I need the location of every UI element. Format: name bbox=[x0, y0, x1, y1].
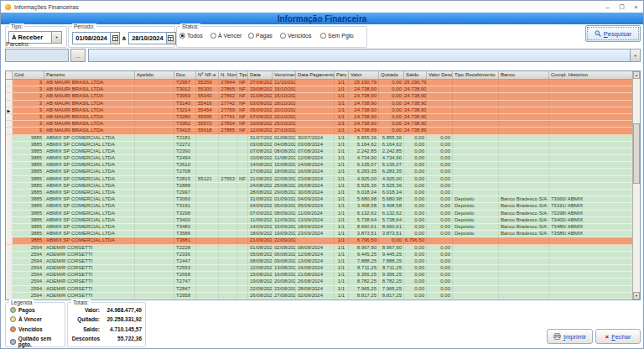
column-header[interactable]: Valor Desconto bbox=[427, 71, 453, 79]
scroll-up-icon[interactable]: ▲ bbox=[633, 71, 640, 79]
table-row[interactable]: 2594ADEMIR CORSETTIT244708/08/202409/08/… bbox=[6, 258, 632, 265]
table-row[interactable]: 3AB MAURI BRASIL LTDAT33625557227834NF10… bbox=[6, 121, 632, 128]
status-radio-sem-pgto[interactable]: Sem Pgto bbox=[320, 33, 354, 39]
cell-banco bbox=[499, 93, 549, 99]
column-header[interactable]: Data Pagamento bbox=[296, 71, 335, 79]
radio-icon[interactable] bbox=[320, 33, 326, 39]
parceiro-code-input[interactable] bbox=[5, 49, 69, 62]
column-header[interactable]: Data bbox=[248, 71, 273, 79]
status-radio-vencidos[interactable]: Vencidos bbox=[280, 33, 311, 39]
table-row[interactable]: 2594ADEMIR CORSETTIT255312/08/202413/08/… bbox=[6, 265, 632, 272]
chevron-down-icon[interactable]: ▼ bbox=[51, 32, 61, 43]
column-header[interactable]: Saldo bbox=[404, 71, 427, 79]
fechar-button[interactable]: × Fechar bbox=[595, 329, 641, 344]
table-row[interactable]: 3885ABMIX SP COMERCIAL LTDAT306031/08/20… bbox=[6, 196, 632, 203]
calendar-icon[interactable] bbox=[167, 32, 176, 44]
cell-data: 27/08/2024 bbox=[248, 80, 273, 86]
table-row[interactable]: 3885ABMIX SP COMERCIAL LTDAT227203/08/20… bbox=[6, 142, 632, 148]
table-row[interactable]: 2594ADEMIR CORSETTIT222801/08/202402/08/… bbox=[6, 245, 632, 252]
calendar-icon[interactable] bbox=[111, 32, 120, 44]
radio-icon[interactable] bbox=[210, 33, 216, 39]
table-row[interactable]: 3885ABMIX SP COMERCIAL LTDAT288824/08/20… bbox=[6, 183, 632, 190]
table-row[interactable]: 3885ABMIX SP COMERCIAL LTDAT329807/09/20… bbox=[6, 211, 632, 217]
cell-quitado: 0,00 bbox=[379, 114, 404, 120]
table-row[interactable]: 2594ADEMIR CORSETTIT265815/08/202416/08/… bbox=[6, 272, 632, 279]
table-row[interactable]: 3885ABMIX SP COMERCIAL LTDAT340011/09/20… bbox=[6, 217, 632, 224]
column-header[interactable]: Vencimento bbox=[273, 71, 296, 79]
cell-desc: 0,00 bbox=[427, 286, 453, 292]
table-row[interactable]: 3885ABMIX SP COMERCIAL LTDAT239007/08/20… bbox=[6, 148, 632, 155]
maximize-icon[interactable]: ▢ bbox=[615, 2, 629, 13]
status-radio-todos[interactable]: Todos bbox=[179, 33, 203, 39]
cell-tipo: NF bbox=[237, 93, 248, 99]
scrollbar-thumb[interactable] bbox=[633, 123, 640, 184]
table-row[interactable]: 3885ABMIX SP COMERCIAL LTDAT270817/08/20… bbox=[6, 169, 632, 175]
cell-venc: 19/09/2024 bbox=[273, 231, 296, 237]
cell-num bbox=[219, 142, 237, 148]
radio-icon[interactable] bbox=[179, 33, 185, 39]
legend-item-label: Pagos bbox=[18, 307, 35, 313]
status-radio-pagas[interactable]: Pagas bbox=[248, 33, 273, 39]
cell-compl bbox=[549, 190, 631, 195]
chevron-down-icon[interactable]: ▼ bbox=[630, 49, 640, 61]
table-row[interactable]: 2594ADEMIR CORSETTIT274719/08/202420/08/… bbox=[6, 279, 632, 285]
column-header[interactable]: Compl. Histórico bbox=[549, 71, 631, 79]
scroll-down-icon[interactable]: ▼ bbox=[633, 292, 640, 300]
table-row[interactable]: 3885ABMIX SP COMERCIAL LTDAT319104/09/20… bbox=[6, 203, 632, 210]
date-to-input[interactable]: 28/10/2024 bbox=[128, 32, 167, 44]
table-row[interactable]: 3AB MAURI BRASIL LTDAT34155561827885NF12… bbox=[6, 128, 632, 134]
imprimir-button[interactable]: Imprimir bbox=[547, 329, 593, 344]
vertical-scrollbar[interactable]: ▲ ▼ bbox=[632, 71, 640, 300]
minimize-icon[interactable]: – bbox=[600, 2, 615, 13]
table-row[interactable]: 3885ABMIX SP COMERCIAL LTDAT358618/09/20… bbox=[6, 231, 632, 237]
cell-receb: Depósito bbox=[453, 211, 499, 216]
total-label: Saldo: bbox=[71, 326, 100, 332]
column-header[interactable]: Quitado bbox=[379, 71, 404, 79]
table-row[interactable]: 3AB MAURI BRASIL LTDAT32805550527791NF07… bbox=[6, 114, 632, 121]
column-header[interactable]: Cód. bbox=[13, 71, 44, 79]
cell-nfe bbox=[196, 279, 219, 284]
radio-icon[interactable] bbox=[248, 33, 254, 39]
column-header[interactable]: Banco bbox=[499, 71, 549, 79]
table-row[interactable]: ▶3AB MAURI BRASIL LTDAT32145545427759NF0… bbox=[6, 107, 632, 114]
table-row[interactable]: 3885ABMIX SP COMERCIAL LTDAT348014/09/20… bbox=[6, 224, 632, 231]
table-row[interactable]: 2594ADEMIR CORSETTIT233605/08/202406/08/… bbox=[6, 252, 632, 258]
column-header[interactable]: Apelido bbox=[135, 71, 174, 79]
table-row[interactable]: 2594ADEMIR CORSETTIT295826/08/202427/08/… bbox=[6, 293, 632, 300]
cell-parc: 1/1 bbox=[335, 162, 349, 168]
table-row[interactable]: 3AB MAURI BRASIL LTDAT31405541627742NF03… bbox=[6, 101, 632, 107]
column-header[interactable]: Doc. bbox=[174, 71, 196, 79]
cell-valor: 24.738,89 bbox=[349, 128, 379, 133]
close-icon[interactable]: × bbox=[629, 2, 643, 13]
table-row[interactable]: 3AB MAURI BRASIL LTDAT29575525927844NF27… bbox=[6, 80, 632, 86]
cell-nfe: 55343 bbox=[196, 93, 219, 99]
cell-compl: 73298/ ABMIX bbox=[549, 211, 631, 216]
table-row[interactable]: 3AB MAURI BRASIL LTDAT30125530027865NF29… bbox=[6, 86, 632, 93]
table-row[interactable]: 3885ABMIX SP COMERCIAL LTDAT281555121275… bbox=[6, 176, 632, 183]
table-row[interactable]: 2594ADEMIR CORSETTIT284722/08/202423/08/… bbox=[6, 286, 632, 293]
browse-button[interactable]: ... bbox=[70, 49, 86, 62]
table-row[interactable]: 3885ABMIX SP COMERCIAL LTDAT368121/09/20… bbox=[6, 237, 632, 244]
cell-compl bbox=[549, 121, 631, 127]
column-header[interactable]: Parceiro bbox=[44, 71, 135, 79]
column-header[interactable]: Valor bbox=[349, 71, 379, 79]
parceiro-name-select[interactable]: ▼ bbox=[88, 49, 641, 62]
status-radio-à-vencer[interactable]: À Vencer bbox=[210, 33, 242, 39]
row-gutter bbox=[6, 211, 13, 216]
column-header[interactable]: Nº NF-e bbox=[196, 71, 219, 79]
cell-desc: 0,00 bbox=[427, 293, 453, 299]
column-header[interactable]: Tipo Recebimento bbox=[453, 71, 499, 79]
table-row[interactable]: 3885ABMIX SP COMERCIAL LTDAT249410/08/20… bbox=[6, 155, 632, 162]
column-header[interactable]: N. Número bbox=[219, 71, 237, 79]
pesquisar-button[interactable]: Pesquisar bbox=[585, 25, 641, 42]
column-header[interactable]: Parc. bbox=[335, 71, 349, 79]
radio-icon[interactable] bbox=[280, 33, 286, 39]
table-row[interactable]: 3AB MAURI BRASIL LTDAT30595534327892NF31… bbox=[6, 93, 632, 100]
cell-saldo: 0,00 bbox=[404, 169, 427, 174]
column-header[interactable]: Tipo bbox=[237, 71, 248, 79]
date-from-input[interactable]: 01/08/2024 bbox=[72, 32, 111, 44]
table-row[interactable]: 3885ABMIX SP COMERCIAL LTDAT299728/08/20… bbox=[6, 190, 632, 196]
cell-apelido bbox=[135, 121, 174, 127]
table-row[interactable]: 3885ABMIX SP COMERCIAL LTDAT218131/07/20… bbox=[6, 135, 632, 142]
table-row[interactable]: 3885ABMIX SP COMERCIAL LTDAT261014/08/20… bbox=[6, 162, 632, 169]
